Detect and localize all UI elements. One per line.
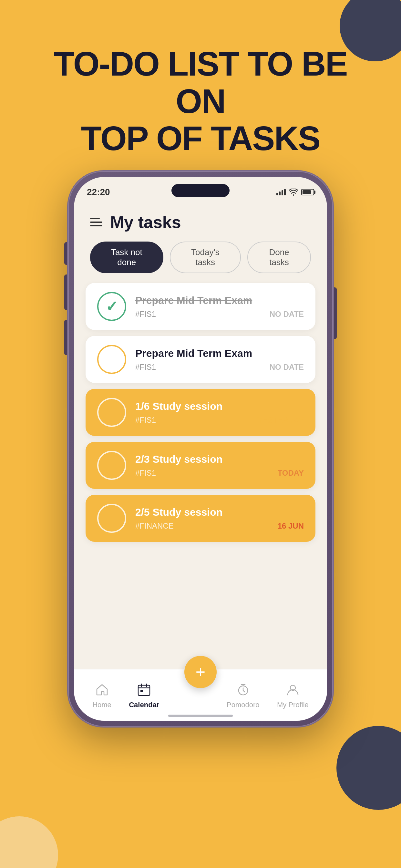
nav-label-pomodoro: Pomodoro [227, 701, 259, 709]
status-icons [276, 189, 314, 196]
hero-text: TO-DO LIST TO BE ON TOP OF TASKS [0, 45, 401, 157]
hamburger-menu[interactable] [90, 218, 102, 226]
task-tag: #FIS1 [135, 310, 156, 319]
home-indicator [168, 715, 233, 717]
task-info: Prepare Mid Term Exam #FIS1 NO DATE [135, 294, 304, 319]
task-meta: #FINANCE 16 JUN [135, 522, 304, 531]
task-info: 1/6 Study session #FIS1 YESTERDAY [135, 400, 304, 425]
calendar-icon [135, 681, 152, 698]
task-item[interactable]: 2/5 Study session #FINANCE 16 JUN [86, 495, 315, 542]
task-tag: #FIS1 [135, 363, 156, 372]
nav-item-profile[interactable]: My Profile [277, 681, 309, 709]
home-icon [94, 681, 111, 698]
task-circle-empty [97, 398, 126, 427]
task-title: Prepare Mid Term Exam [135, 294, 304, 306]
task-date: 16 JUN [278, 522, 304, 531]
phone-side-button-vol-up [64, 275, 68, 310]
phone-frame: 22:20 [68, 171, 333, 726]
profile-icon [284, 681, 301, 698]
app-content: My tasks Task not done Today's tasks Don… [74, 203, 327, 721]
signal-bars-icon [276, 189, 286, 195]
task-date: TODAY [278, 469, 304, 477]
task-meta: #FIS1 NO DATE [135, 363, 304, 372]
task-info: 2/5 Study session #FINANCE 16 JUN [135, 506, 304, 531]
deco-circle-bottom-left [0, 816, 58, 868]
pomodoro-icon [235, 681, 251, 698]
task-info: 2/3 Study session #FIS1 TODAY [135, 454, 304, 477]
task-meta: #FIS1 TODAY [135, 469, 304, 477]
hamburger-line [90, 218, 100, 219]
status-time: 22:20 [87, 187, 110, 197]
nav-label-profile: My Profile [277, 701, 309, 709]
svg-rect-0 [138, 685, 150, 695]
task-title: 2/5 Study session [135, 506, 304, 518]
svg-rect-1 [141, 690, 143, 692]
task-item[interactable]: 2/3 Study session #FIS1 TODAY [86, 442, 315, 489]
app-header: My tasks [74, 203, 327, 238]
phone-side-button-power [333, 287, 337, 339]
hamburger-line [90, 225, 102, 226]
task-item[interactable]: ✓ Prepare Mid Term Exam #FIS1 NO DATE [86, 283, 315, 330]
page-title: My tasks [110, 213, 181, 232]
task-tag: #FIS1 [135, 415, 156, 425]
tab-done-tasks[interactable]: Done tasks [247, 242, 311, 273]
nav-label-home: Home [92, 701, 112, 709]
nav-item-home[interactable]: Home [92, 681, 112, 709]
phone-screen: 22:20 [74, 177, 327, 721]
task-meta: #FIS1 NO DATE [135, 310, 304, 319]
task-meta: #FIS1 YESTERDAY [135, 415, 304, 425]
task-title: Prepare Mid Term Exam [135, 347, 304, 360]
task-circle-empty [97, 451, 126, 480]
task-date: NO DATE [270, 310, 304, 319]
task-info: Prepare Mid Term Exam #FIS1 NO DATE [135, 347, 304, 372]
task-item[interactable]: 1/6 Study session #FIS1 YESTERDAY [86, 389, 315, 436]
battery-icon [301, 189, 314, 195]
task-title: 2/3 Study session [135, 454, 304, 465]
tab-task-not-done[interactable]: Task not done [90, 242, 163, 273]
task-circle-check: ✓ [97, 292, 126, 321]
bottom-nav: + Home [74, 669, 327, 721]
task-list: ✓ Prepare Mid Term Exam #FIS1 NO DATE [74, 280, 327, 669]
task-title: 1/6 Study session [135, 400, 304, 412]
dynamic-island [172, 184, 229, 197]
task-item[interactable]: Prepare Mid Term Exam #FIS1 NO DATE [86, 336, 315, 383]
phone-wrapper: 22:20 [68, 171, 333, 726]
filter-tabs: Task not done Today's tasks Done tasks [74, 238, 327, 280]
task-tag: #FIS1 [135, 469, 156, 477]
task-date: YESTERDAY [257, 415, 304, 425]
task-tag: #FINANCE [135, 522, 174, 531]
nav-item-pomodoro[interactable]: Pomodoro [227, 681, 259, 709]
wifi-icon [289, 189, 298, 196]
deco-circle-bottom-right [336, 726, 401, 810]
hamburger-line [90, 221, 102, 223]
nav-label-calendar: Calendar [129, 701, 159, 709]
tab-todays-tasks[interactable]: Today's tasks [170, 242, 241, 273]
task-circle-empty [97, 345, 126, 374]
phone-side-button-mute [64, 242, 68, 265]
fab-add-button[interactable]: + [184, 656, 217, 688]
task-circle-empty [97, 504, 126, 533]
check-mark-icon: ✓ [105, 298, 118, 315]
task-date: NO DATE [270, 363, 304, 372]
phone-side-button-vol-down [64, 320, 68, 355]
nav-item-calendar[interactable]: Calendar [129, 681, 159, 709]
